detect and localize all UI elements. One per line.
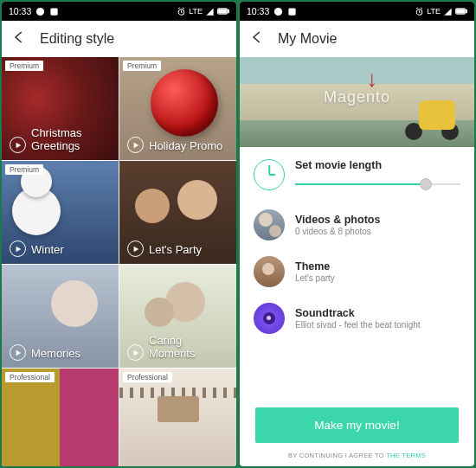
theme-sub: Let's party [295,273,460,283]
signal-icon [205,7,215,16]
clock-icon [254,159,285,190]
premium-badge: Premium [123,61,161,71]
battery-icon [217,7,229,16]
sound-sub: Elliot sivad - feel the beat tonight [295,320,460,330]
theme-icon [254,256,285,287]
signal-icon [443,7,453,16]
status-network: LTE [189,7,203,16]
setting-length[interactable]: Set movie length [240,147,474,202]
soundtrack-icon [254,303,285,334]
svg-rect-1 [51,8,58,15]
alarm-icon [415,7,424,16]
battery-icon [455,7,467,16]
phone-editing-style: 10:33 LTE Editing style Premium Christma… [2,2,236,466]
app-icon [49,7,59,16]
svg-rect-11 [457,10,465,13]
status-time: 10:33 [247,6,269,16]
style-tile-pro2[interactable]: Professional [119,369,236,466]
status-time: 10:33 [9,6,31,16]
style-tile-memories[interactable]: Memories [2,265,119,368]
theme-title: Theme [295,260,460,272]
appbar: My Movie [240,21,474,57]
media-title: Videos & photos [295,214,460,226]
terms-link[interactable]: THE TERMS [386,452,426,459]
tile-label: Christmas Greetings [31,127,111,153]
length-slider[interactable] [295,176,460,193]
status-network: LTE [427,7,441,16]
setting-media[interactable]: Videos & photos 0 videos & 8 photos [240,202,474,248]
back-button[interactable] [248,29,264,48]
style-grid: Premium Christmas Greetings Premium Holi… [2,57,236,466]
play-icon [10,137,26,153]
style-tile-caring[interactable]: Caring Moments [119,265,236,368]
movie-preview[interactable]: ↓ Magento [240,57,474,147]
style-tile-winter[interactable]: Premium Winter [2,161,119,264]
premium-badge: Premium [5,61,43,71]
page-title: My Movie [278,31,337,47]
tile-label: Let's Party [149,244,202,257]
svg-rect-10 [466,10,466,12]
app-icon [287,7,297,16]
tile-label: Holiday Promo [149,140,222,153]
setting-soundtrack[interactable]: Soundtrack Elliot sivad - feel the beat … [240,295,474,342]
svg-point-6 [274,7,282,15]
tile-label: Memories [31,348,80,361]
play-icon [10,240,26,257]
chat-icon [35,7,45,16]
statusbar: 10:33 LTE [2,2,236,21]
scooter-icon [403,81,464,142]
make-movie-button[interactable]: Make my movie! [255,407,459,443]
length-title: Set movie length [295,159,460,171]
setting-theme[interactable]: Theme Let's party [240,248,474,295]
tile-label: Winter [31,244,64,257]
play-icon [127,137,144,153]
preview-caption: Magento [324,88,390,106]
appbar: Editing style [2,21,236,57]
alarm-icon [177,7,186,16]
media-icon [254,209,285,240]
play-icon [127,240,144,257]
back-button[interactable] [10,29,26,48]
play-icon [10,344,26,361]
style-tile-holiday[interactable]: Premium Holiday Promo [119,57,236,160]
svg-rect-4 [228,10,228,12]
premium-badge: Premium [5,164,43,175]
professional-badge: Professional [5,372,55,382]
statusbar: 10:33 LTE [240,2,474,21]
sound-title: Soundtrack [295,307,460,319]
style-tile-christmas[interactable]: Premium Christmas Greetings [2,57,119,160]
terms-text: BY CONTINUING I AGREE TO THE TERMS [240,452,474,466]
phone-my-movie: 10:33 LTE My Movie ↓ Magento Set m [240,2,474,466]
media-sub: 0 videos & 8 photos [295,227,460,236]
professional-badge: Professional [123,372,172,382]
style-tile-party[interactable]: Let's Party [119,161,236,264]
chat-icon [273,7,283,16]
style-tile-pro1[interactable]: Professional [2,369,119,466]
tile-label: Caring Moments [149,335,228,361]
play-icon [127,344,144,361]
svg-point-0 [36,7,44,15]
svg-rect-5 [219,10,227,13]
svg-rect-7 [289,8,296,15]
page-title: Editing style [40,31,114,47]
